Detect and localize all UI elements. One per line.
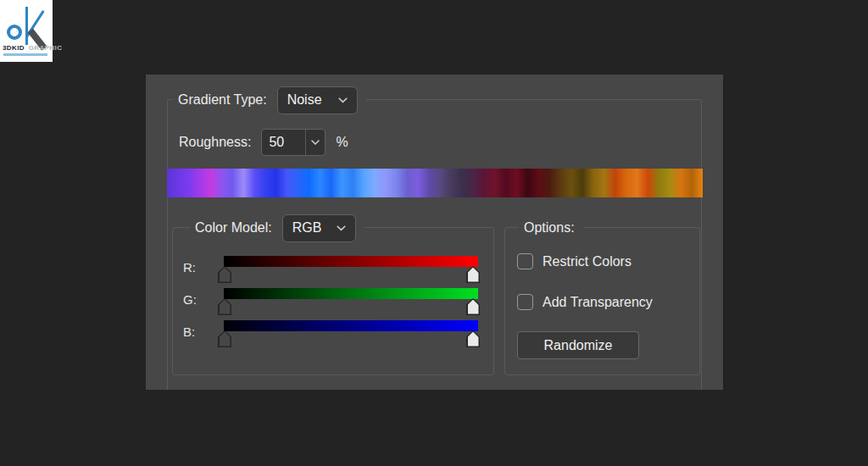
options-group: Options: Restrict Colors Add Transparenc… bbox=[504, 227, 700, 375]
gradient-type-group: Gradient Type: Noise Roughness: 50 bbox=[167, 99, 702, 390]
restrict-colors-label: Restrict Colors bbox=[542, 254, 632, 269]
color-model-value: RGB bbox=[292, 220, 322, 236]
roughness-dropdown-arrow[interactable] bbox=[305, 130, 325, 155]
logo-tagline-strip bbox=[3, 53, 47, 56]
channel-max-handle[interactable] bbox=[466, 298, 480, 315]
logo-stem-shape bbox=[25, 7, 28, 45]
roughness-value[interactable]: 50 bbox=[262, 130, 305, 155]
roughness-input[interactable]: 50 bbox=[261, 129, 326, 156]
channel-gradient-bar bbox=[224, 256, 478, 267]
randomize-button[interactable]: Randomize bbox=[517, 331, 639, 359]
channel-max-handle[interactable] bbox=[466, 266, 480, 283]
channel-row-red: R: bbox=[173, 256, 493, 288]
channel-row-blue: B: bbox=[173, 320, 493, 352]
channel-label: B: bbox=[183, 325, 195, 339]
add-transparency-row: Add Transparency bbox=[517, 294, 653, 310]
color-model-label: Color Model: bbox=[195, 220, 272, 236]
roughness-row: Roughness: 50 % bbox=[179, 129, 348, 156]
channel-gradient-bar bbox=[224, 288, 478, 299]
logo-wordmark: 3DKID GRAPHIC bbox=[3, 44, 52, 52]
add-transparency-label: Add Transparency bbox=[542, 295, 653, 310]
channel-label: G: bbox=[183, 292, 197, 307]
chevron-down-icon bbox=[311, 140, 320, 145]
channel-min-handle[interactable] bbox=[218, 266, 231, 283]
brand-logo: 3DKID GRAPHIC bbox=[0, 0, 53, 62]
channel-min-handle[interactable] bbox=[218, 330, 231, 347]
channel-min-handle[interactable] bbox=[218, 298, 231, 315]
gradient-type-legend: Gradient Type: Noise bbox=[173, 86, 366, 114]
chevron-down-icon bbox=[337, 225, 346, 231]
gradient-type-label: Gradient Type: bbox=[178, 92, 267, 108]
channel-max-handle[interactable] bbox=[466, 330, 480, 347]
logo-brand-text: 3DKID bbox=[3, 44, 25, 52]
restrict-colors-checkbox[interactable] bbox=[517, 253, 533, 269]
color-model-legend: Color Model: RGB bbox=[190, 214, 364, 242]
logo-dk-mark bbox=[0, 0, 53, 44]
logo-suffix-text: GRAPHIC bbox=[29, 44, 63, 52]
roughness-unit-label: % bbox=[336, 135, 348, 150]
gradient-type-dropdown[interactable]: Noise bbox=[277, 86, 358, 114]
options-legend: Options: bbox=[519, 214, 583, 242]
chevron-down-icon bbox=[338, 97, 348, 103]
canvas-background: 3DKID GRAPHIC Gradient Type: Noise Rough… bbox=[0, 0, 868, 466]
restrict-colors-row: Restrict Colors bbox=[517, 253, 632, 269]
gradient-type-value: Noise bbox=[287, 92, 322, 108]
noise-gradient-preview bbox=[167, 169, 703, 197]
color-model-dropdown[interactable]: RGB bbox=[282, 214, 356, 242]
channel-gradient-bar bbox=[224, 320, 478, 331]
roughness-label: Roughness: bbox=[179, 135, 251, 150]
channel-label: R: bbox=[183, 260, 196, 275]
add-transparency-checkbox[interactable] bbox=[517, 294, 533, 310]
options-label: Options: bbox=[524, 220, 575, 236]
color-model-group: Color Model: RGB R: G: bbox=[172, 227, 494, 375]
channel-row-green: G: bbox=[173, 288, 493, 320]
logo-d-circle-shape bbox=[7, 25, 22, 40]
gradient-editor-dialog: Gradient Type: Noise Roughness: 50 bbox=[146, 75, 723, 390]
